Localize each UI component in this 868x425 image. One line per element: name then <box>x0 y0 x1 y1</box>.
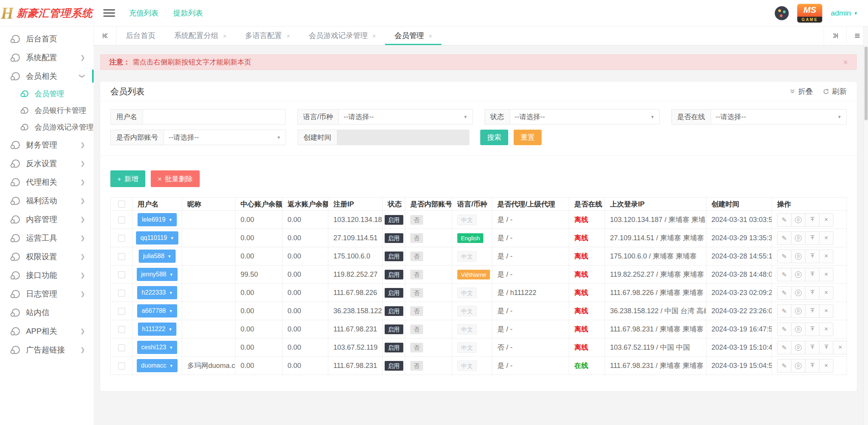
close-tab-icon[interactable]: × <box>429 33 432 39</box>
top-button[interactable] <box>805 213 819 227</box>
zero-button[interactable]: 0 <box>791 268 805 281</box>
edit-button[interactable]: ✎ <box>777 268 791 281</box>
reset-button[interactable]: 重置 <box>514 130 542 145</box>
scroll-tabs-left-icon[interactable] <box>94 26 117 45</box>
close-tab-icon[interactable]: × <box>287 33 290 39</box>
nav-recharge-list[interactable]: 充值列表 <box>129 8 159 18</box>
top-button[interactable] <box>805 323 819 336</box>
sidebar-item-9[interactable]: 运营工具❯ <box>0 229 94 247</box>
sidebar-item-12[interactable]: 日志管理❯ <box>0 284 94 303</box>
refresh-button[interactable]: 刷新 <box>823 87 847 97</box>
sidebar-item-15[interactable]: 广告超链接❯ <box>0 340 94 359</box>
top-button[interactable] <box>805 359 819 373</box>
sidebar-subitem-1[interactable]: 会员管理 <box>0 85 94 102</box>
username-dropdown-button[interactable]: qq110119▼ <box>136 231 178 245</box>
top-button[interactable] <box>805 231 819 245</box>
internal-select[interactable]: --请选择-- ▼ <box>164 130 286 145</box>
row-checkbox[interactable] <box>118 271 125 278</box>
close-tab-icon[interactable]: × <box>373 33 376 39</box>
zero-button[interactable]: 0 <box>791 231 805 245</box>
sidebar-item-3[interactable]: 会员相关❯ <box>0 67 94 85</box>
username-dropdown-button[interactable]: a667788▼ <box>137 304 177 317</box>
row-checkbox[interactable] <box>118 363 125 369</box>
tab-2[interactable]: 系统配置分组× <box>165 26 236 45</box>
close-button[interactable]: × <box>833 341 847 354</box>
sidebar-item-6[interactable]: 代理相关❯ <box>0 173 94 191</box>
sidebar-toggle-icon[interactable] <box>103 7 115 19</box>
collapse-button[interactable]: 折叠 <box>790 87 813 97</box>
row-checkbox[interactable] <box>118 308 125 315</box>
close-button[interactable]: × <box>819 231 833 245</box>
edit-button[interactable]: ✎ <box>777 304 791 318</box>
zero-button[interactable]: 0 <box>791 250 805 263</box>
scroll-tabs-right-icon[interactable] <box>824 26 846 45</box>
top-button[interactable] <box>805 304 819 318</box>
close-tab-icon[interactable]: × <box>223 33 227 39</box>
tab-5[interactable]: 会员管理× <box>385 26 441 45</box>
username-dropdown-button[interactable]: ceshi123▼ <box>137 341 178 354</box>
notice-close-icon[interactable]: × <box>843 58 848 67</box>
edit-button[interactable]: ✎ <box>777 286 791 300</box>
edit-button[interactable]: ✎ <box>777 359 791 373</box>
close-button[interactable]: × <box>819 268 833 281</box>
tab-3[interactable]: 多语言配置× <box>236 26 300 45</box>
username-dropdown-button[interactable]: h222333▼ <box>137 286 177 299</box>
tab-1[interactable]: 后台首页 <box>117 26 165 45</box>
search-button[interactable]: 搜索 <box>480 130 508 145</box>
edit-button[interactable]: ✎ <box>777 341 791 354</box>
zero-button[interactable]: 0 <box>791 286 805 300</box>
sidebar-item-5[interactable]: 反水设置❯ <box>0 154 94 173</box>
sidebar-item-2[interactable]: 系统配置❯ <box>0 48 94 67</box>
edit-button[interactable]: ✎ <box>777 231 791 245</box>
username-dropdown-button[interactable]: h111222▼ <box>138 323 177 336</box>
zero-button[interactable]: 0 <box>791 304 805 318</box>
sidebar-subitem-3[interactable]: 会员游戏记录管理 <box>0 119 94 135</box>
top-button[interactable] <box>819 341 833 354</box>
zero-button[interactable]: 0 <box>791 341 805 354</box>
sidebar-item-13[interactable]: 站内信 <box>0 303 94 322</box>
row-checkbox[interactable] <box>118 326 125 333</box>
created-time-input[interactable] <box>337 130 469 145</box>
row-checkbox[interactable] <box>118 253 125 260</box>
row-checkbox[interactable] <box>118 344 125 351</box>
username-dropdown-button[interactable]: julia588▼ <box>139 250 176 263</box>
username-dropdown-button[interactable]: jenny588▼ <box>137 268 178 281</box>
sidebar-item-1[interactable]: 后台首页 <box>0 29 94 48</box>
zero-button[interactable]: 0 <box>791 359 805 373</box>
username-dropdown-button[interactable]: duomacc▼ <box>137 359 178 372</box>
top-button[interactable] <box>805 268 819 281</box>
sidebar-subitem-2[interactable]: 会员银行卡管理 <box>0 102 94 119</box>
username-dropdown-button[interactable]: lele6919▼ <box>138 213 176 226</box>
sidebar-item-11[interactable]: 接口功能❯ <box>0 266 94 284</box>
sidebar-item-4[interactable]: 财务管理❯ <box>0 135 94 154</box>
top-button[interactable] <box>805 341 819 354</box>
row-checkbox[interactable] <box>118 235 125 242</box>
edit-button[interactable]: ✎ <box>777 323 791 336</box>
top-button[interactable] <box>805 250 819 263</box>
zero-button[interactable]: 0 <box>791 213 805 227</box>
theme-palette-icon[interactable] <box>775 6 789 20</box>
close-button[interactable]: × <box>819 359 833 373</box>
row-checkbox[interactable] <box>118 290 125 297</box>
row-checkbox[interactable] <box>118 217 125 224</box>
status-select[interactable]: --请选择-- ▼ <box>510 109 660 125</box>
close-button[interactable]: × <box>819 304 833 318</box>
username-input[interactable] <box>143 109 286 125</box>
sidebar-item-8[interactable]: 内容管理❯ <box>0 210 94 229</box>
tab-4[interactable]: 会员游戏记录管理× <box>300 26 385 45</box>
sidebar-item-14[interactable]: APP相关❯ <box>0 322 94 340</box>
sidebar-item-7[interactable]: 福利活动❯ <box>0 191 94 210</box>
logo[interactable]: H 新豪汇管理系统 <box>0 0 94 26</box>
close-button[interactable]: × <box>819 286 833 300</box>
edit-button[interactable]: ✎ <box>777 250 791 263</box>
close-button[interactable]: × <box>819 323 833 336</box>
online-select[interactable]: --请选择-- ▼ <box>711 109 847 125</box>
add-button[interactable]: +新增 <box>110 170 145 187</box>
language-select[interactable]: --请选择-- ▼ <box>338 109 472 125</box>
select-all-checkbox[interactable] <box>118 201 125 208</box>
nav-withdraw-list[interactable]: 提款列表 <box>173 8 203 18</box>
sidebar-item-10[interactable]: 权限设置❯ <box>0 247 94 266</box>
user-menu[interactable]: admin ▼ <box>831 9 858 17</box>
close-button[interactable]: × <box>819 250 833 263</box>
edit-button[interactable]: ✎ <box>777 213 791 227</box>
